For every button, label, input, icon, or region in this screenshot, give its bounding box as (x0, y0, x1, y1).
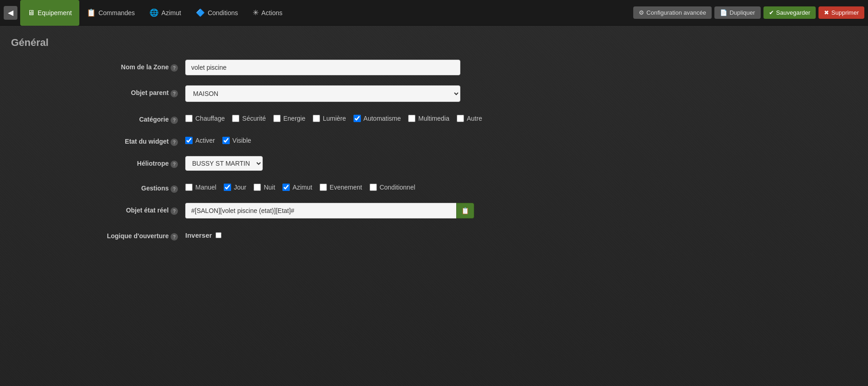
gestions-row: Gestions ? Manuel Jour Nuit (94, 181, 506, 193)
supprimer-x-icon: ✖ (824, 9, 829, 16)
nom-zone-label: Nom de la Zone ? (94, 60, 185, 72)
etat-widget-label: Etat du widget ? (94, 134, 185, 146)
categorie-multimedia[interactable]: Multimedia (408, 115, 449, 122)
sauvegarder-check-icon: ✔ (769, 9, 774, 16)
heliotrope-help-icon[interactable]: ? (171, 161, 178, 168)
tab-commandes[interactable]: 📋 Commandes (79, 0, 142, 26)
logique-ouverture-control: Inverser (185, 229, 506, 239)
gestions-help-icon[interactable]: ? (171, 185, 178, 193)
checkbox-jour[interactable] (224, 184, 231, 191)
heliotrope-select[interactable]: BUSSY ST MARTIN (185, 156, 263, 171)
checkbox-azimut[interactable] (282, 184, 290, 191)
checkbox-visible[interactable] (222, 137, 230, 144)
categorie-row: Catégorie ? Chauffage Sécurité Energie (94, 112, 506, 124)
sauvegarder-button[interactable]: ✔ Sauvegarder (763, 6, 816, 19)
checkbox-inverser[interactable] (216, 232, 221, 238)
objet-etat-reel-help-icon[interactable]: ? (171, 207, 178, 215)
categorie-autre[interactable]: Autre (457, 115, 482, 122)
checkbox-securite[interactable] (232, 115, 239, 122)
etat-widget-activer[interactable]: Activer (185, 137, 215, 144)
section-title: Général (11, 37, 857, 49)
nom-zone-row: Nom de la Zone ? (94, 60, 506, 75)
azimut-icon: 🌐 (149, 8, 159, 17)
objet-parent-help-icon[interactable]: ? (171, 90, 178, 97)
checkbox-chauffage[interactable] (185, 115, 193, 122)
gestions-nuit[interactable]: Nuit (254, 184, 275, 191)
objet-etat-reel-input-group: 📋 (185, 203, 474, 218)
gestions-checkbox-group: Manuel Jour Nuit Azimut (185, 181, 506, 191)
tab-actions-label: Actions (261, 9, 282, 17)
heliotrope-control: BUSSY ST MARTIN (185, 156, 506, 171)
main-content: Général Nom de la Zone ? Objet parent ? … (0, 26, 868, 262)
categorie-lumiere[interactable]: Lumière (313, 115, 346, 122)
objet-parent-label: Objet parent ? (94, 85, 185, 97)
categorie-label: Catégorie ? (94, 112, 185, 124)
gestions-azimut[interactable]: Azimut (282, 184, 312, 191)
sauvegarder-label: Sauvegarder (776, 9, 810, 16)
checkbox-activer[interactable] (185, 137, 193, 144)
conditions-icon: 🔷 (196, 8, 205, 17)
categorie-automatisme[interactable]: Automatisme (354, 115, 401, 122)
gestions-manuel[interactable]: Manuel (185, 184, 216, 191)
config-avancee-button[interactable]: ⚙ Configuration avancée (633, 6, 712, 19)
tab-conditions[interactable]: 🔷 Conditions (188, 0, 245, 26)
supprimer-button[interactable]: ✖ Supprimer (818, 6, 864, 19)
objet-etat-reel-picker-button[interactable]: 📋 (456, 203, 474, 218)
heliotrope-label: Héliotrope ? (94, 156, 185, 168)
inverser-text: Inverser (185, 231, 212, 239)
dupliquer-icon: 📄 (720, 9, 727, 16)
config-icon: ⚙ (639, 9, 644, 16)
objet-etat-reel-row: Objet état réel ? 📋 (94, 203, 506, 218)
tab-azimut[interactable]: 🌐 Azimut (142, 0, 188, 26)
categorie-chauffage[interactable]: Chauffage (185, 115, 225, 122)
checkbox-evenement[interactable] (320, 184, 327, 191)
categorie-checkbox-group: Chauffage Sécurité Energie Lumière (185, 112, 506, 122)
checkbox-lumiere[interactable] (313, 115, 320, 122)
dupliquer-button[interactable]: 📄 Dupliquer (714, 6, 761, 19)
objet-parent-row: Objet parent ? MAISON (94, 85, 506, 102)
commandes-icon: 📋 (87, 8, 96, 17)
checkbox-energie[interactable] (273, 115, 281, 122)
inverser-label[interactable]: Inverser (185, 229, 506, 239)
nav-tabs: 🖥 Equipement 📋 Commandes 🌐 Azimut 🔷 Cond… (20, 0, 633, 26)
equipement-icon: 🖥 (28, 9, 35, 17)
picker-icon: 📋 (461, 207, 469, 214)
checkbox-nuit[interactable] (254, 184, 261, 191)
config-avancee-label: Configuration avancée (647, 9, 706, 16)
etat-widget-row: Etat du widget ? Activer Visible (94, 134, 506, 146)
categorie-energie[interactable]: Energie (273, 115, 305, 122)
objet-etat-reel-label: Objet état réel ? (94, 203, 185, 215)
tab-equipement-label: Equipement (38, 9, 72, 17)
tab-equipement[interactable]: 🖥 Equipement (20, 0, 79, 26)
heliotrope-row: Héliotrope ? BUSSY ST MARTIN (94, 156, 506, 171)
categorie-help-icon[interactable]: ? (171, 117, 178, 124)
gestions-conditionnel[interactable]: Conditionnel (370, 184, 415, 191)
tab-actions[interactable]: ✳ Actions (245, 0, 290, 26)
gestions-jour[interactable]: Jour (224, 184, 246, 191)
objet-parent-select[interactable]: MAISON (185, 85, 460, 102)
back-button[interactable]: ◀ (4, 6, 17, 20)
gestions-control: Manuel Jour Nuit Azimut (185, 181, 506, 191)
objet-etat-reel-control: 📋 (185, 203, 506, 218)
actions-icon: ✳ (253, 8, 259, 17)
form-container: Nom de la Zone ? Objet parent ? MAISON C… (94, 60, 506, 241)
checkbox-autre[interactable] (457, 115, 464, 122)
nom-zone-input[interactable] (185, 60, 460, 75)
navbar: ◀ 🖥 Equipement 📋 Commandes 🌐 Azimut 🔷 Co… (0, 0, 868, 26)
categorie-control: Chauffage Sécurité Energie Lumière (185, 112, 506, 122)
checkbox-conditionnel[interactable] (370, 184, 377, 191)
nom-zone-help-icon[interactable]: ? (171, 64, 178, 72)
etat-widget-visible[interactable]: Visible (222, 137, 251, 144)
categorie-securite[interactable]: Sécurité (232, 115, 265, 122)
checkbox-multimedia[interactable] (408, 115, 415, 122)
gestions-evenement[interactable]: Evenement (320, 184, 362, 191)
logique-ouverture-help-icon[interactable]: ? (171, 233, 178, 241)
etat-widget-help-icon[interactable]: ? (171, 139, 178, 146)
tab-azimut-label: Azimut (161, 9, 181, 17)
checkbox-manuel[interactable] (185, 184, 193, 191)
supprimer-label: Supprimer (831, 9, 859, 16)
gestions-label: Gestions ? (94, 181, 185, 193)
objet-etat-reel-input[interactable] (185, 203, 456, 218)
checkbox-automatisme[interactable] (354, 115, 361, 122)
objet-parent-control: MAISON (185, 85, 506, 102)
